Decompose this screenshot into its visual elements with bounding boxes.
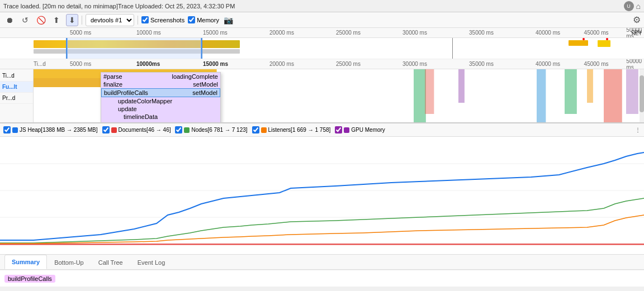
legend-documents-color	[111, 127, 117, 133]
t5: 25000 ms	[336, 30, 361, 36]
cpu-end-bar2	[598, 40, 610, 47]
svg-rect-10	[604, 69, 622, 123]
flame-row-profile[interactable]: Pr...d	[0, 93, 33, 104]
svg-rect-5	[425, 69, 434, 114]
playhead	[452, 38, 453, 59]
memory-checkbox[interactable]	[188, 16, 195, 23]
legend-listeners-checkbox[interactable]	[252, 126, 259, 133]
devtools-select[interactable]: devtools #1	[86, 14, 134, 26]
legend-nodes-color	[184, 127, 190, 133]
legend-gpu-color	[344, 127, 349, 133]
tab-summary[interactable]: Summary	[4, 255, 47, 269]
t3: 15000 ms	[203, 30, 228, 36]
t6: 30000 ms	[402, 30, 427, 36]
ft1: 5000 ms	[70, 61, 91, 67]
tab-event-log[interactable]: Event Log	[130, 255, 173, 269]
home-icon[interactable]: ⌂	[636, 2, 641, 11]
selection-range	[67, 38, 201, 59]
legend-listeners-color	[261, 127, 267, 133]
legend-nodes-label: Nodes[6 781 → 7 123]	[191, 127, 247, 133]
popup-update[interactable]: update	[101, 105, 220, 113]
memory-label[interactable]: Memory	[188, 16, 219, 23]
camera-icon[interactable]: 📷	[222, 14, 235, 26]
popup-update-color-label: updateColorMapper	[118, 98, 172, 104]
legend-gpu-label: GPU Memory	[351, 127, 385, 133]
vertical-scrollbar[interactable]	[640, 69, 644, 123]
legend-gpu-checkbox[interactable]	[335, 126, 342, 133]
legend-js-heap: JS Heap[1388 MB → 2385 MB]	[3, 126, 98, 133]
popup-set-model-1: setModel	[193, 81, 218, 88]
memory-panel: JS Heap[1388 MB → 2385 MB] Documents[46 …	[0, 123, 644, 254]
flame-right-area[interactable]: #parse loadingComplete finalize setModel…	[34, 69, 644, 123]
red-dot-2	[606, 38, 608, 40]
toolbar: ⏺ ↺ 🚫 ⬆ ⬇ devtools #1 Screenshots Memory…	[0, 12, 644, 28]
function-tag[interactable]: buildProfileCalls	[4, 275, 55, 283]
bottom-content: buildProfileCalls	[0, 270, 644, 287]
t1: 5000 ms	[70, 30, 91, 36]
ft10: 50000 ms	[626, 59, 642, 69]
legend-gpu: GPU Memory	[335, 126, 385, 133]
flame-row-full[interactable]: Fu...lt	[0, 82, 33, 93]
bottom-tabs: Summary Bottom-Up Call Tree Event Log	[0, 254, 644, 270]
legend-documents-label: Documents[46 → 46]	[119, 127, 171, 133]
memory-menu-icon[interactable]: ⋮	[635, 127, 641, 133]
t9: 45000 ms	[584, 30, 609, 36]
popup-parse-label: #parse	[103, 73, 122, 80]
legend-nodes-checkbox[interactable]	[175, 126, 182, 133]
ft9: 45000 ms	[584, 61, 609, 67]
flame-ruler: Ti...d 5000 ms 10000ms 15000 ms 20000 ms…	[0, 59, 644, 69]
t4: 20000 ms	[269, 30, 294, 36]
ft3: 15000 ms	[203, 61, 228, 67]
settings-icon[interactable]: ⚙	[633, 15, 641, 25]
popup-timeline-data-1-label: timelineData	[124, 113, 158, 120]
screenshots-checkbox[interactable]	[141, 16, 149, 23]
upload-button[interactable]: ⬆	[50, 14, 63, 26]
timeline-area: 5000 ms 10000 ms 15000 ms 20000 ms 25000…	[0, 28, 644, 123]
memory-chart-svg	[0, 137, 644, 246]
flame-left-panel: Ti...d Fu...lt Pr...d	[0, 69, 34, 123]
listeners-line	[0, 215, 644, 244]
net-label: NET	[632, 31, 642, 36]
user-avatar[interactable]: U	[624, 1, 634, 11]
legend-listeners-label: Listeners[1 669 → 1 758]	[268, 127, 331, 133]
download-button[interactable]: ⬇	[66, 14, 78, 26]
popup-update-color[interactable]: updateColorMapper	[101, 97, 220, 105]
memory-chart	[0, 137, 644, 246]
popup-set-model-2: setModel	[192, 89, 217, 96]
ft4: 20000 ms	[269, 61, 294, 67]
legend-js-heap-label: JS Heap[1388 MB → 2385 MB]	[20, 127, 98, 133]
memory-legend: JS Heap[1388 MB → 2385 MB] Documents[46 …	[0, 123, 644, 137]
flame-popup: #parse loadingComplete finalize setModel…	[101, 72, 221, 123]
screenshots-label[interactable]: Screenshots	[141, 16, 184, 23]
ft2: 10000ms	[136, 61, 160, 67]
legend-js-heap-checkbox[interactable]	[3, 126, 11, 133]
popup-update-label: update	[118, 106, 137, 112]
flame-row-tid[interactable]: Ti...d	[0, 70, 33, 82]
refresh-button[interactable]: ↺	[19, 14, 31, 26]
legend-documents-checkbox[interactable]	[102, 126, 110, 133]
svg-rect-11	[626, 69, 638, 114]
svg-rect-7	[537, 69, 546, 123]
tab-bottom-up[interactable]: Bottom-Up	[47, 255, 91, 269]
legend-js-heap-color	[12, 127, 18, 133]
popup-timeline-data-1[interactable]: timelineData	[101, 113, 220, 121]
ft8: 40000 ms	[536, 61, 560, 67]
legend-documents: Documents[46 → 46]	[102, 126, 171, 133]
svg-rect-8	[565, 69, 577, 114]
svg-rect-6	[458, 69, 465, 103]
popup-loading-complete: loadingComplete	[172, 73, 218, 80]
popup-build-profile[interactable]: buildProfileCalls setModel	[101, 88, 220, 97]
flame-chart: Ti...d Fu...lt Pr...d	[0, 69, 644, 123]
overview-bar[interactable]	[0, 38, 644, 59]
svg-rect-9	[587, 69, 593, 103]
separator-1	[82, 16, 82, 25]
ft6: 30000 ms	[402, 61, 427, 67]
selection-left-handle[interactable]	[66, 38, 67, 59]
clear-button[interactable]: 🚫	[35, 14, 47, 26]
selection-right-handle[interactable]	[201, 38, 202, 59]
popup-finalize[interactable]: finalize setModel	[101, 80, 220, 88]
tab-call-tree[interactable]: Call Tree	[91, 255, 130, 269]
popup-parse[interactable]: #parse loadingComplete	[101, 73, 220, 80]
record-button[interactable]: ⏺	[3, 14, 16, 26]
legend-nodes: Nodes[6 781 → 7 123]	[175, 126, 247, 133]
